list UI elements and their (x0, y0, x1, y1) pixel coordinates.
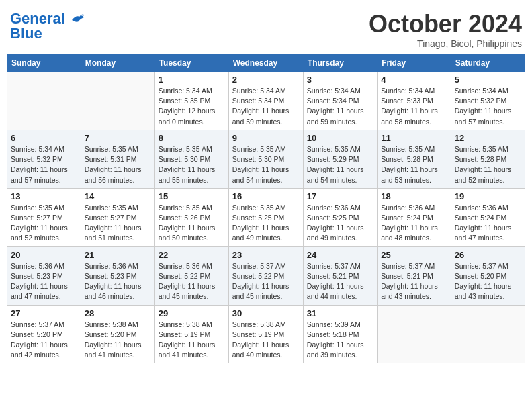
day-number: 20 (11, 250, 77, 260)
day-info: Sunrise: 5:37 AM Sunset: 5:22 PM Dayligh… (232, 261, 300, 302)
weekday-header-thursday: Thursday (303, 55, 377, 72)
day-info: Sunrise: 5:35 AM Sunset: 5:28 PM Dayligh… (455, 144, 521, 185)
day-number: 28 (85, 308, 151, 318)
calendar-cell: 28Sunrise: 5:38 AM Sunset: 5:20 PM Dayli… (81, 305, 154, 363)
day-number: 7 (85, 133, 151, 143)
month-title: October 2024 (369, 10, 522, 38)
calendar-cell: 1Sunrise: 5:34 AM Sunset: 5:35 PM Daylig… (154, 72, 228, 130)
title-block: October 2024 Tinago, Bicol, Philippines (369, 10, 522, 49)
calendar-cell: 20Sunrise: 5:36 AM Sunset: 5:23 PM Dayli… (7, 246, 81, 305)
logo-bird-icon (71, 13, 85, 26)
day-number: 21 (85, 250, 151, 260)
calendar-cell (378, 305, 451, 363)
weekday-header-monday: Monday (81, 55, 154, 72)
day-info: Sunrise: 5:34 AM Sunset: 5:34 PM Dayligh… (232, 86, 300, 127)
day-info: Sunrise: 5:34 AM Sunset: 5:35 PM Dayligh… (159, 86, 225, 127)
weekday-header-sunday: Sunday (7, 55, 81, 72)
day-info: Sunrise: 5:36 AM Sunset: 5:23 PM Dayligh… (85, 261, 151, 302)
calendar-cell: 31Sunrise: 5:39 AM Sunset: 5:18 PM Dayli… (303, 305, 377, 363)
calendar-week-row: 13Sunrise: 5:35 AM Sunset: 5:27 PM Dayli… (7, 188, 525, 246)
page-header: General Blue October 2024 Tinago, Bicol,… (7, 7, 525, 49)
calendar-cell: 19Sunrise: 5:36 AM Sunset: 5:24 PM Dayli… (451, 188, 525, 246)
day-number: 24 (307, 250, 373, 260)
day-info: Sunrise: 5:36 AM Sunset: 5:23 PM Dayligh… (11, 261, 77, 302)
day-info: Sunrise: 5:34 AM Sunset: 5:33 PM Dayligh… (381, 86, 447, 127)
calendar-cell: 2Sunrise: 5:34 AM Sunset: 5:34 PM Daylig… (228, 72, 303, 130)
calendar-cell: 27Sunrise: 5:37 AM Sunset: 5:20 PM Dayli… (7, 305, 81, 363)
day-number: 12 (455, 133, 521, 143)
day-number: 5 (455, 75, 521, 85)
day-info: Sunrise: 5:36 AM Sunset: 5:22 PM Dayligh… (159, 261, 225, 302)
day-number: 26 (455, 250, 521, 260)
day-number: 19 (455, 191, 521, 201)
calendar-cell: 8Sunrise: 5:35 AM Sunset: 5:30 PM Daylig… (154, 130, 228, 188)
day-number: 4 (381, 75, 447, 85)
day-number: 11 (381, 133, 447, 143)
day-number: 9 (232, 133, 300, 143)
day-number: 15 (159, 191, 225, 201)
calendar-cell: 7Sunrise: 5:35 AM Sunset: 5:31 PM Daylig… (81, 130, 154, 188)
location-subtitle: Tinago, Bicol, Philippines (369, 38, 522, 49)
calendar-table: SundayMondayTuesdayWednesdayThursdayFrid… (7, 54, 525, 363)
day-info: Sunrise: 5:35 AM Sunset: 5:26 PM Dayligh… (159, 203, 225, 244)
calendar-cell: 5Sunrise: 5:34 AM Sunset: 5:32 PM Daylig… (451, 72, 525, 130)
day-info: Sunrise: 5:37 AM Sunset: 5:20 PM Dayligh… (455, 261, 521, 302)
calendar-cell: 4Sunrise: 5:34 AM Sunset: 5:33 PM Daylig… (378, 72, 451, 130)
day-info: Sunrise: 5:38 AM Sunset: 5:20 PM Dayligh… (85, 320, 151, 361)
day-number: 29 (159, 308, 225, 318)
day-info: Sunrise: 5:35 AM Sunset: 5:27 PM Dayligh… (11, 203, 77, 244)
calendar-cell (7, 72, 81, 130)
logo: General Blue (10, 10, 85, 42)
calendar-cell: 15Sunrise: 5:35 AM Sunset: 5:26 PM Dayli… (154, 188, 228, 246)
day-number: 14 (85, 191, 151, 201)
day-info: Sunrise: 5:35 AM Sunset: 5:30 PM Dayligh… (159, 144, 225, 185)
day-info: Sunrise: 5:36 AM Sunset: 5:25 PM Dayligh… (307, 203, 373, 244)
day-number: 30 (232, 308, 300, 318)
calendar-cell (81, 72, 154, 130)
calendar-cell: 29Sunrise: 5:38 AM Sunset: 5:19 PM Dayli… (154, 305, 228, 363)
calendar-cell: 12Sunrise: 5:35 AM Sunset: 5:28 PM Dayli… (451, 130, 525, 188)
calendar-cell: 25Sunrise: 5:37 AM Sunset: 5:21 PM Dayli… (378, 246, 451, 305)
day-number: 1 (159, 75, 225, 85)
calendar-cell: 9Sunrise: 5:35 AM Sunset: 5:30 PM Daylig… (228, 130, 303, 188)
calendar-cell: 30Sunrise: 5:38 AM Sunset: 5:19 PM Dayli… (228, 305, 303, 363)
day-number: 27 (11, 308, 77, 318)
weekday-header-saturday: Saturday (451, 55, 525, 72)
calendar-week-row: 20Sunrise: 5:36 AM Sunset: 5:23 PM Dayli… (7, 246, 525, 305)
calendar-cell: 14Sunrise: 5:35 AM Sunset: 5:27 PM Dayli… (81, 188, 154, 246)
day-info: Sunrise: 5:36 AM Sunset: 5:24 PM Dayligh… (381, 203, 447, 244)
calendar-cell: 16Sunrise: 5:35 AM Sunset: 5:25 PM Dayli… (228, 188, 303, 246)
calendar-cell: 17Sunrise: 5:36 AM Sunset: 5:25 PM Dayli… (303, 188, 377, 246)
calendar-week-row: 27Sunrise: 5:37 AM Sunset: 5:20 PM Dayli… (7, 305, 525, 363)
calendar-cell: 11Sunrise: 5:35 AM Sunset: 5:28 PM Dayli… (378, 130, 451, 188)
weekday-header-wednesday: Wednesday (228, 55, 303, 72)
day-info: Sunrise: 5:37 AM Sunset: 5:21 PM Dayligh… (381, 261, 447, 302)
day-number: 25 (381, 250, 447, 260)
day-info: Sunrise: 5:34 AM Sunset: 5:32 PM Dayligh… (11, 144, 77, 185)
day-number: 17 (307, 191, 373, 201)
day-info: Sunrise: 5:34 AM Sunset: 5:32 PM Dayligh… (455, 86, 521, 127)
calendar-header-row: SundayMondayTuesdayWednesdayThursdayFrid… (7, 55, 525, 72)
logo-blue-text: Blue (10, 25, 42, 42)
day-info: Sunrise: 5:35 AM Sunset: 5:30 PM Dayligh… (232, 144, 300, 185)
day-info: Sunrise: 5:35 AM Sunset: 5:27 PM Dayligh… (85, 203, 151, 244)
calendar-cell: 3Sunrise: 5:34 AM Sunset: 5:34 PM Daylig… (303, 72, 377, 130)
calendar-cell: 23Sunrise: 5:37 AM Sunset: 5:22 PM Dayli… (228, 246, 303, 305)
calendar-cell: 24Sunrise: 5:37 AM Sunset: 5:21 PM Dayli… (303, 246, 377, 305)
day-info: Sunrise: 5:38 AM Sunset: 5:19 PM Dayligh… (159, 320, 225, 361)
day-number: 2 (232, 75, 300, 85)
calendar-cell: 13Sunrise: 5:35 AM Sunset: 5:27 PM Dayli… (7, 188, 81, 246)
calendar-cell: 18Sunrise: 5:36 AM Sunset: 5:24 PM Dayli… (378, 188, 451, 246)
day-info: Sunrise: 5:37 AM Sunset: 5:21 PM Dayligh… (307, 261, 373, 302)
day-info: Sunrise: 5:34 AM Sunset: 5:34 PM Dayligh… (307, 86, 373, 127)
calendar-week-row: 1Sunrise: 5:34 AM Sunset: 5:35 PM Daylig… (7, 72, 525, 130)
day-info: Sunrise: 5:36 AM Sunset: 5:24 PM Dayligh… (455, 203, 521, 244)
day-info: Sunrise: 5:39 AM Sunset: 5:18 PM Dayligh… (307, 320, 373, 361)
day-info: Sunrise: 5:35 AM Sunset: 5:29 PM Dayligh… (307, 144, 373, 185)
calendar-cell: 22Sunrise: 5:36 AM Sunset: 5:22 PM Dayli… (154, 246, 228, 305)
day-number: 8 (159, 133, 225, 143)
day-number: 10 (307, 133, 373, 143)
weekday-header-friday: Friday (378, 55, 451, 72)
day-number: 13 (11, 191, 77, 201)
day-number: 16 (232, 191, 300, 201)
